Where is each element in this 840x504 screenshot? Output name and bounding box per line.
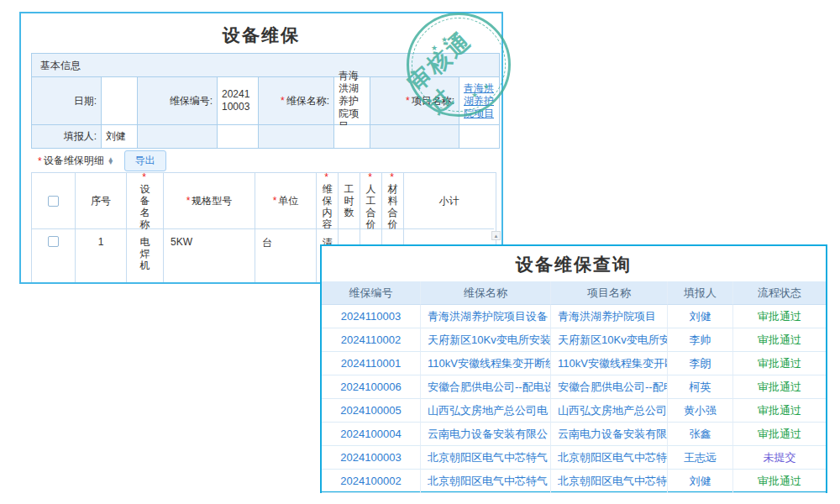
row-unit: 台: [255, 229, 317, 282]
query-header-row: 维保编号 维保名称 项目名称 填报人 流程状态: [322, 281, 826, 305]
cell-status: 审批通过: [733, 352, 826, 375]
row-seq: 1: [76, 229, 127, 282]
table-row: 2024110003青海洪湖养护院项目设备青海洪湖养护院项目刘健审批通过: [322, 305, 826, 328]
detail-section-label: 设备维保明细: [44, 154, 104, 168]
project-name-label: *项目名称:: [370, 77, 459, 125]
cell-maintenance-name[interactable]: 天府新区10Kv变电所安装: [421, 328, 551, 352]
cell-project-name[interactable]: 北京朝阳区电气中芯特气: [551, 470, 668, 493]
maintenance-name-label: *维保名称:: [259, 77, 334, 125]
header-status: 流程状态: [733, 281, 826, 305]
cell-maintenance-name[interactable]: 安徽合肥供电公司--配电设: [421, 375, 551, 399]
reporter-value: 刘健: [102, 125, 138, 148]
cell-status: 审批通过: [733, 305, 826, 328]
screen: 设备维保 ★ ★ ★ ★ ★ 审核通过 基本信息 日期: 维保编号: 20241…: [0, 0, 840, 504]
project-link[interactable]: 青海洪湖养护院项目: [464, 82, 495, 120]
col-unit: *单位: [255, 173, 317, 229]
cell-maintenance-name[interactable]: 北京朝阳区电气中芯特气: [421, 446, 551, 470]
cell-reporter: 黄小强: [668, 399, 733, 423]
basic-info-grid: 日期: 维保编号: 2024110003 *维保名称: 青海洪湖养护院项目 *项…: [32, 77, 499, 148]
table-row: 2024100003北京朝阳区电气中芯特气北京朝阳区电气中芯特气王志远未提交: [322, 446, 826, 470]
col-material-cost: *材料合价: [382, 173, 404, 229]
cell-project-name[interactable]: 110kV安徽线程集变开断线: [551, 352, 668, 375]
maintenance-no-label: 维保编号:: [138, 77, 218, 125]
cell-reporter: 刘健: [668, 305, 733, 328]
cell-maintenance-no[interactable]: 2024100003: [322, 446, 421, 470]
query-table: 维保编号 维保名称 项目名称 填报人 流程状态 2024110003青海洪湖养护…: [322, 281, 826, 493]
sort-icon[interactable]: ▲▼: [108, 158, 114, 165]
table-row: 2024100002北京朝阳区电气中芯特气北京朝阳区电气中芯特气刘健审批通过: [322, 470, 826, 493]
scrollbar-up-arrow-icon[interactable]: ▲: [491, 231, 501, 240]
cell-maintenance-name[interactable]: 110kV安徽线程集变开断线: [421, 352, 551, 375]
cell-maintenance-no[interactable]: 2024110002: [322, 328, 421, 352]
cell-reporter: 李朗: [668, 352, 733, 375]
required-star: *: [281, 95, 285, 107]
col-device-name: *设备名称: [127, 173, 164, 229]
cell-status: 审批通过: [733, 328, 826, 352]
cell-reporter: 王志远: [668, 446, 733, 470]
cell-maintenance-name[interactable]: 山西弘文房地产总公司电: [421, 399, 551, 423]
cell-maintenance-name[interactable]: 青海洪湖养护院项目设备: [421, 305, 551, 328]
table-row: 2024100005山西弘文房地产总公司电山西弘文房地产总公司电黄小强审批通过: [322, 399, 826, 423]
cell-project-name[interactable]: 天府新区10Kv变电所安装: [551, 328, 668, 352]
basic-info-header: 基本信息: [32, 54, 499, 77]
row-device-name: 电焊机: [127, 229, 164, 282]
table-row: 2024110002天府新区10Kv变电所安装天府新区10Kv变电所安装李帅审批…: [322, 328, 826, 352]
cell-status: 审批通过: [733, 423, 826, 446]
cell-maintenance-name[interactable]: 北京朝阳区电气中芯特气: [421, 470, 551, 493]
header-maintenance-name: 维保名称: [421, 281, 551, 305]
cell-reporter: 柯英: [668, 375, 733, 399]
cell-project-name[interactable]: 北京朝阳区电气中芯特气: [551, 446, 668, 470]
select-all-checkbox[interactable]: [48, 196, 59, 207]
header-reporter: 填报人: [668, 281, 733, 305]
col-subtotal: 小计: [404, 173, 494, 229]
cell-status: 审批通过: [733, 375, 826, 399]
header-project-name: 项目名称: [551, 281, 668, 305]
cell-status: 未提交: [733, 446, 826, 470]
cell-project-name[interactable]: 安徽合肥供电公司--配电设: [551, 375, 668, 399]
basic-info-section: 基本信息 日期: 维保编号: 2024110003 *维保名称: 青海洪湖养护院…: [31, 53, 500, 149]
row-model: 5KW: [164, 229, 255, 282]
col-content: *维保内容: [317, 173, 339, 229]
query-title: 设备维保查询: [322, 253, 826, 276]
cell-project-name[interactable]: 青海洪湖养护院项目: [551, 305, 668, 328]
cell-reporter: 张鑫: [668, 423, 733, 446]
header-maintenance-no: 维保编号: [322, 281, 421, 305]
col-labor-cost: *人工合价: [360, 173, 382, 229]
required-star: *: [38, 155, 42, 167]
cell-reporter: 刘健: [668, 470, 733, 493]
export-button[interactable]: 导出: [124, 150, 166, 171]
date-value[interactable]: [102, 77, 138, 125]
date-label: 日期:: [32, 77, 102, 125]
cell-maintenance-no[interactable]: 2024110003: [322, 305, 421, 328]
cell-status: 审批通过: [733, 470, 826, 493]
col-hours: 工时数: [339, 173, 360, 229]
col-seq: 序号: [76, 173, 127, 229]
query-panel: 设备维保查询 维保编号 维保名称 项目名称 填报人 流程状态 202411000…: [320, 244, 827, 493]
detail-toolbar: * 设备维保明细 ▲▼ 导出: [38, 150, 166, 171]
cell-maintenance-no[interactable]: 2024100004: [322, 423, 421, 446]
reporter-label: 填报人:: [32, 125, 102, 148]
maintenance-no-value: 2024110003: [222, 88, 254, 113]
query-table-body: 2024110003青海洪湖养护院项目设备青海洪湖养护院项目刘健审批通过2024…: [322, 305, 826, 493]
table-row: 2024100006安徽合肥供电公司--配电设安徽合肥供电公司--配电设柯英审批…: [322, 375, 826, 399]
cell-project-name[interactable]: 山西弘文房地产总公司电: [551, 399, 668, 423]
cell-maintenance-no[interactable]: 2024100005: [322, 399, 421, 423]
cell-maintenance-no[interactable]: 2024110001: [322, 352, 421, 375]
cell-maintenance-no[interactable]: 2024100006: [322, 375, 421, 399]
row-checkbox[interactable]: [48, 236, 59, 247]
cell-maintenance-no[interactable]: 2024100002: [322, 470, 421, 493]
table-row: 2024110001110kV安徽线程集变开断线110kV安徽线程集变开断线李朗…: [322, 352, 826, 375]
col-model: *规格型号: [164, 173, 255, 229]
cell-status: 审批通过: [733, 399, 826, 423]
form-title: 设备维保: [21, 24, 501, 47]
table-row: 2024100004云南电力设备安装有限公云南电力设备安装有限公张鑫审批通过: [322, 423, 826, 446]
maintenance-name-value: 青海洪湖养护院项目: [339, 70, 365, 133]
cell-maintenance-name[interactable]: 云南电力设备安装有限公: [421, 423, 551, 446]
required-star: *: [406, 95, 410, 107]
maintenance-form-panel: 设备维保 ★ ★ ★ ★ ★ 审核通过 基本信息 日期: 维保编号: 20241…: [19, 12, 503, 284]
cell-project-name[interactable]: 云南电力设备安装有限公: [551, 423, 668, 446]
cell-reporter: 李帅: [668, 328, 733, 352]
